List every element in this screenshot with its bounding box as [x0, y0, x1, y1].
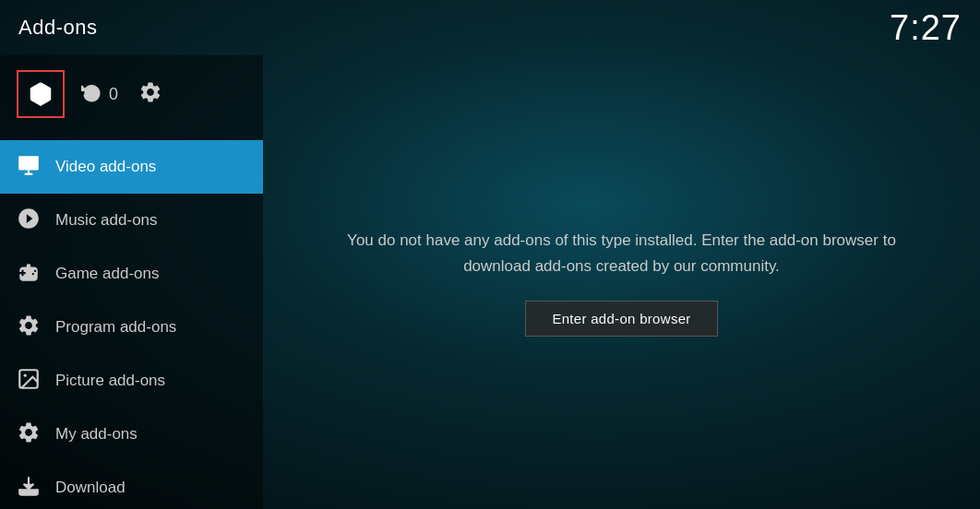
- sidebar-item-label-game: Game add-ons: [55, 265, 159, 283]
- program-icon: [17, 314, 41, 341]
- download-icon: [17, 474, 41, 502]
- game-icon: [17, 260, 41, 288]
- sidebar-item-label-program: Program add-ons: [55, 318, 176, 337]
- refresh-icon: [81, 82, 102, 106]
- sidebar-item-music-addons[interactable]: Music add-ons: [0, 194, 263, 247]
- sidebar-item-game-addons[interactable]: Game add-ons: [0, 247, 263, 301]
- my-addons-icon: [17, 420, 41, 448]
- sidebar-item-program-addons[interactable]: Program add-ons: [0, 301, 263, 354]
- clock: 7:27: [890, 8, 962, 48]
- header: Add-ons 7:27: [0, 0, 980, 55]
- settings-icon[interactable]: [138, 80, 162, 108]
- sidebar-item-label-download: Download: [55, 479, 125, 497]
- sidebar-item-label-my-addons: My add-ons: [55, 425, 137, 444]
- sidebar-icons-row: 0: [0, 55, 263, 133]
- sidebar: 0 Video add-ons Music add-ons: [0, 55, 263, 509]
- sidebar-item-video-addons[interactable]: Video add-ons: [0, 140, 263, 194]
- empty-state-message: You do not have any add-ons of this type…: [345, 228, 899, 278]
- refresh-area[interactable]: 0: [81, 82, 118, 106]
- sidebar-item-label-picture: Picture add-ons: [55, 372, 165, 390]
- page-title: Add-ons: [18, 16, 97, 40]
- music-icon: [17, 207, 41, 234]
- sidebar-item-label-music: Music add-ons: [55, 211, 158, 230]
- svg-point-5: [24, 374, 27, 377]
- video-icon: [17, 153, 41, 181]
- main-content: You do not have any add-ons of this type…: [263, 55, 980, 509]
- refresh-count: 0: [109, 85, 118, 104]
- sidebar-item-download[interactable]: Download: [0, 461, 263, 509]
- svg-rect-1: [18, 156, 39, 170]
- picture-icon: [17, 367, 41, 395]
- enter-addon-browser-button[interactable]: Enter add-on browser: [525, 301, 717, 337]
- sidebar-item-label-video: Video add-ons: [55, 158, 156, 176]
- addon-box-icon[interactable]: [17, 70, 65, 118]
- sidebar-item-my-addons[interactable]: My add-ons: [0, 408, 263, 461]
- sidebar-item-picture-addons[interactable]: Picture add-ons: [0, 354, 263, 408]
